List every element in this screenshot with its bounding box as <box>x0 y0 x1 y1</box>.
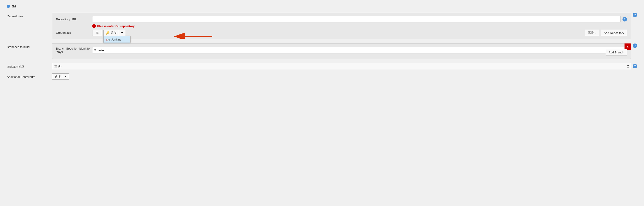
additional-behaviours-controls: 新增 ▼ <box>52 73 69 80</box>
branches-section: Branches to build x Branch Specifier (bl… <box>7 43 637 59</box>
key-icon: 🔑 <box>106 31 110 35</box>
credentials-row: Credentials - 无 - 🔑 添加 ▼ <box>56 30 627 36</box>
add-new-dropdown-arrow[interactable]: ▼ <box>63 73 69 80</box>
git-title: Git <box>12 4 16 8</box>
jenkins-option[interactable]: 🤖 Jenkins <box>104 36 130 42</box>
source-browser-select-wrapper: (自动) ▲ ▼ <box>52 63 631 69</box>
advanced-button[interactable]: 高级... <box>585 30 599 36</box>
branches-help-icon[interactable]: ? <box>633 43 637 48</box>
source-browser-label: 源码库浏览器 <box>7 63 52 69</box>
add-credentials-dropdown-menu: 🤖 Jenkins <box>103 36 130 43</box>
red-arrow-annotation <box>169 32 214 39</box>
jenkins-label: Jenkins <box>111 38 121 41</box>
repo-url-label: Repository URL <box>56 18 92 21</box>
repositories-help-icon[interactable]: ? <box>633 13 637 17</box>
add-credentials-dropdown-arrow[interactable]: ▼ <box>119 30 125 36</box>
repo-url-row: Repository URL ? <box>56 16 627 22</box>
add-new-arrow-icon: ▼ <box>64 75 67 78</box>
add-button-label: 添加 <box>110 31 116 35</box>
repositories-content: Repository URL ? − Please enter Git repo… <box>52 13 631 39</box>
add-credentials-button[interactable]: 🔑 添加 <box>103 30 119 36</box>
error-message: Please enter Git repository. <box>97 24 135 28</box>
error-icon: − <box>92 24 96 28</box>
branch-specifier-input[interactable] <box>92 47 627 53</box>
jenkins-icon: 🤖 <box>106 37 110 41</box>
repo-url-input[interactable] <box>92 16 621 22</box>
source-browser-section: 源码库浏览器 (自动) ▲ ▼ ? <box>7 63 637 69</box>
repositories-label: Repositories <box>7 13 52 18</box>
git-status-dot <box>7 5 10 8</box>
branches-label: Branches to build <box>7 43 52 49</box>
add-branch-button[interactable]: Add Branch <box>606 49 627 55</box>
branch-section-buttons: Add Branch <box>606 49 627 55</box>
add-repository-button[interactable]: Add Repository <box>601 30 627 36</box>
red-arrow-svg <box>169 32 214 39</box>
add-credentials-group: 🔑 添加 ▼ 🤖 Jenkins <box>103 30 125 36</box>
source-browser-help-icon[interactable]: ? <box>633 64 637 68</box>
repo-url-help-icon[interactable]: ? <box>622 17 627 21</box>
add-new-label: 新增 <box>54 74 60 79</box>
git-header: Git <box>7 4 637 8</box>
repo-section-buttons: 高级... Add Repository <box>585 30 627 36</box>
branch-specifier-label: Branch Specifier (blank for 'any') <box>56 47 92 54</box>
add-new-button[interactable]: 新增 <box>52 73 63 80</box>
error-row: − Please enter Git repository. <box>92 24 627 28</box>
source-browser-select[interactable]: (自动) <box>52 63 631 69</box>
credentials-label: Credentials <box>56 30 92 34</box>
additional-behaviours-section: Additional Behaviours 新增 ▼ <box>7 73 637 80</box>
close-branch-button[interactable]: x <box>624 43 631 50</box>
additional-behaviours-label: Additional Behaviours <box>7 73 52 79</box>
credentials-controls: - 无 - 🔑 添加 ▼ <box>92 30 125 36</box>
add-arrow-icon: ▼ <box>121 31 123 34</box>
branches-content: x Branch Specifier (blank for 'any') Add… <box>52 43 631 59</box>
repositories-section: Repositories Repository URL ? − Please e… <box>7 13 637 39</box>
credentials-select[interactable]: - 无 - <box>92 30 102 36</box>
branch-specifier-row: Branch Specifier (blank for 'any') <box>56 47 627 54</box>
